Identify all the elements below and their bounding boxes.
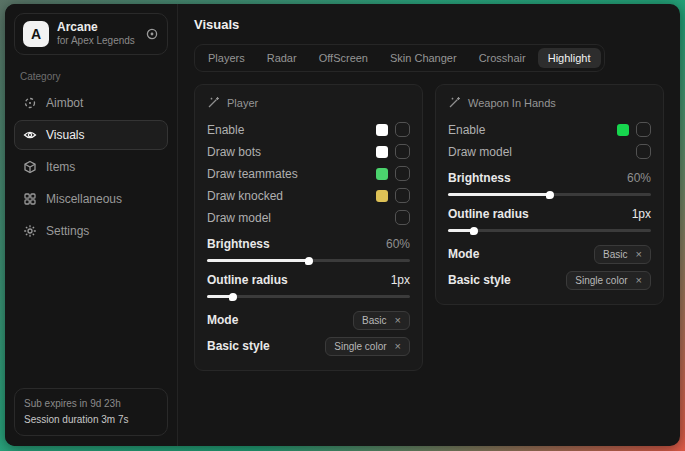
setting-row-draw-model: Draw model — [207, 207, 410, 228]
outline-radius-slider[interactable] — [448, 229, 651, 232]
brightness-slider-group: Brightness 60% — [448, 169, 651, 196]
setting-row-enable: Enable — [448, 119, 651, 140]
app-window: A Arcane for Apex Legends Category Aimbo… — [5, 4, 680, 446]
slider-thumb[interactable] — [229, 293, 237, 301]
brand-header: A Arcane for Apex Legends — [14, 13, 168, 55]
outline-radius-slider-group: Outline radius 1px — [448, 205, 651, 232]
sidebar-nav: Aimbot Visuals Items — [14, 88, 168, 246]
sidebar-item-label: Visuals — [46, 128, 84, 142]
sidebar-item-miscellaneous[interactable]: Miscellaneous — [14, 184, 168, 214]
color-swatch[interactable] — [376, 146, 388, 158]
sidebar-item-items[interactable]: Items — [14, 152, 168, 182]
remove-tag-icon[interactable]: × — [395, 341, 401, 352]
color-swatch[interactable] — [376, 190, 388, 202]
checkbox[interactable] — [395, 210, 410, 225]
brightness-slider-group: Brightness 60% — [207, 235, 410, 262]
slider-value: 60% — [386, 237, 410, 251]
sidebar-item-label: Miscellaneous — [46, 192, 122, 206]
mode-tag[interactable]: Basic × — [594, 245, 651, 264]
basic-style-row: Basic style Single color × — [207, 333, 410, 359]
setting-row-enable: Enable — [207, 119, 410, 140]
page-title: Visuals — [194, 17, 664, 32]
slider-thumb[interactable] — [305, 257, 313, 265]
basic-style-tag[interactable]: Single color × — [566, 271, 651, 290]
app-title: Arcane — [57, 20, 137, 35]
checkbox[interactable] — [636, 144, 651, 159]
remove-tag-icon[interactable]: × — [636, 275, 642, 286]
wand-icon — [448, 96, 461, 109]
remove-tag-icon[interactable]: × — [395, 315, 401, 326]
tab-highlight[interactable]: Highlight — [538, 48, 601, 68]
grid-icon — [23, 192, 37, 206]
sidebar-item-settings[interactable]: Settings — [14, 216, 168, 246]
color-swatch[interactable] — [376, 124, 388, 136]
category-label: Category — [20, 71, 162, 82]
gear-icon — [23, 224, 37, 238]
remove-tag-icon[interactable]: × — [636, 249, 642, 260]
session-duration-text: Session duration 3m 7s — [24, 412, 158, 428]
sidebar-item-aimbot[interactable]: Aimbot — [14, 88, 168, 118]
cube-icon — [23, 160, 37, 174]
app-subtitle: for Apex Legends — [57, 35, 137, 48]
outline-radius-slider-group: Outline radius 1px — [207, 271, 410, 298]
mode-tag[interactable]: Basic × — [353, 311, 410, 330]
card-title: Player — [227, 97, 258, 109]
color-swatch[interactable] — [617, 124, 629, 136]
brightness-slider[interactable] — [448, 193, 651, 196]
checkbox[interactable] — [636, 122, 651, 137]
tab-players[interactable]: Players — [198, 48, 255, 68]
sidebar-item-visuals[interactable]: Visuals — [14, 120, 168, 150]
crosshair-icon — [23, 96, 37, 110]
main-panel: Visuals Players Radar OffScreen Skin Cha… — [178, 4, 680, 446]
brightness-slider[interactable] — [207, 259, 410, 262]
player-card: Player Enable Draw bots — [194, 84, 423, 371]
outline-radius-slider[interactable] — [207, 295, 410, 298]
checkbox[interactable] — [395, 188, 410, 203]
app-logo: A — [23, 21, 49, 47]
weapon-in-hands-card: Weapon In Hands Enable Draw model — [435, 84, 664, 305]
checkbox[interactable] — [395, 144, 410, 159]
setting-row-draw-knocked: Draw knocked — [207, 185, 410, 206]
mode-row: Mode Basic × — [448, 241, 651, 267]
session-info: Sub expires in 9d 23h Session duration 3… — [14, 388, 168, 436]
sidebar-item-label: Settings — [46, 224, 89, 238]
sub-expiry-text: Sub expires in 9d 23h — [24, 396, 158, 412]
eye-icon — [23, 128, 37, 142]
slider-value: 1px — [391, 273, 410, 287]
sidebar-item-label: Items — [46, 160, 75, 174]
basic-style-row: Basic style Single color × — [448, 267, 651, 293]
basic-style-tag[interactable]: Single color × — [325, 337, 410, 356]
tab-offscreen[interactable]: OffScreen — [309, 48, 378, 68]
tab-crosshair[interactable]: Crosshair — [469, 48, 536, 68]
tab-strip: Players Radar OffScreen Skin Changer Cro… — [194, 44, 605, 72]
sidebar-item-label: Aimbot — [46, 96, 83, 110]
slider-value: 1px — [632, 207, 651, 221]
mode-row: Mode Basic × — [207, 307, 410, 333]
tab-radar[interactable]: Radar — [257, 48, 307, 68]
slider-value: 60% — [627, 171, 651, 185]
sidebar: A Arcane for Apex Legends Category Aimbo… — [5, 4, 178, 446]
target-icon[interactable] — [145, 27, 159, 41]
setting-row-draw-teammates: Draw teammates — [207, 163, 410, 184]
checkbox[interactable] — [395, 122, 410, 137]
color-swatch[interactable] — [376, 168, 388, 180]
slider-thumb[interactable] — [546, 191, 554, 199]
setting-row-draw-bots: Draw bots — [207, 141, 410, 162]
wand-icon — [207, 96, 220, 109]
slider-thumb[interactable] — [470, 227, 478, 235]
tab-skin-changer[interactable]: Skin Changer — [380, 48, 467, 68]
card-title: Weapon In Hands — [468, 97, 556, 109]
checkbox[interactable] — [395, 166, 410, 181]
setting-row-draw-model: Draw model — [448, 141, 651, 162]
